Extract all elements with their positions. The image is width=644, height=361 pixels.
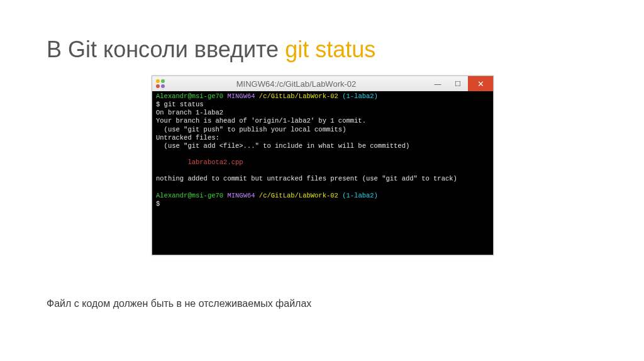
heading-prefix: В Git консоли введите: [47, 36, 285, 62]
prompt-user: Alexandr@msi-ge70: [156, 192, 227, 199]
close-button[interactable]: ✕: [468, 76, 493, 91]
cmd-text: git status: [164, 101, 204, 108]
prompt-branch: (1-laba2): [342, 92, 378, 100]
heading-highlight: git status: [285, 36, 375, 62]
slide-heading: В Git консоли введите git status: [47, 36, 375, 63]
output-line: On branch 1-laba2: [156, 109, 223, 116]
window-title: MINGW64:/c/GitLab/LabWork-02: [165, 79, 428, 89]
terminal-body[interactable]: Alexandr@msi-ge70 MINGW64 /c/GitLab/LabW…: [152, 91, 493, 255]
maximize-button[interactable]: ☐: [448, 76, 468, 91]
minimize-button[interactable]: —: [428, 76, 448, 91]
output-line: Untracked files:: [156, 134, 219, 142]
prompt-branch: (1-laba2): [342, 192, 378, 199]
cmd-prefix: $: [156, 101, 164, 108]
prompt-user: Alexandr@msi-ge70: [156, 92, 227, 100]
untracked-file: labrabota2.cpp: [156, 158, 243, 166]
window-titlebar: MINGW64:/c/GitLab/LabWork-02 — ☐ ✕: [152, 76, 493, 91]
prompt-sys: MINGW64: [227, 92, 258, 100]
prompt-path: /c/GitLab/LabWork-02: [259, 192, 342, 199]
app-icon: [156, 79, 165, 88]
output-line: Your branch is ahead of 'origin/1-laba2'…: [156, 117, 366, 125]
output-line: (use "git push" to publish your local co…: [156, 126, 346, 133]
prompt-sys: MINGW64: [227, 192, 258, 199]
prompt-dollar: $: [156, 200, 160, 208]
output-line: nothing added to commit but untracked fi…: [156, 175, 457, 182]
terminal-window: MINGW64:/c/GitLab/LabWork-02 — ☐ ✕ Alexa…: [152, 75, 494, 255]
output-line: (use "git add <file>..." to include in w…: [156, 142, 409, 150]
prompt-path: /c/GitLab/LabWork-02: [259, 92, 342, 100]
window-controls: — ☐ ✕: [428, 76, 493, 91]
footer-caption: Файл с кодом должен быть в не отслеживае…: [47, 298, 311, 309]
